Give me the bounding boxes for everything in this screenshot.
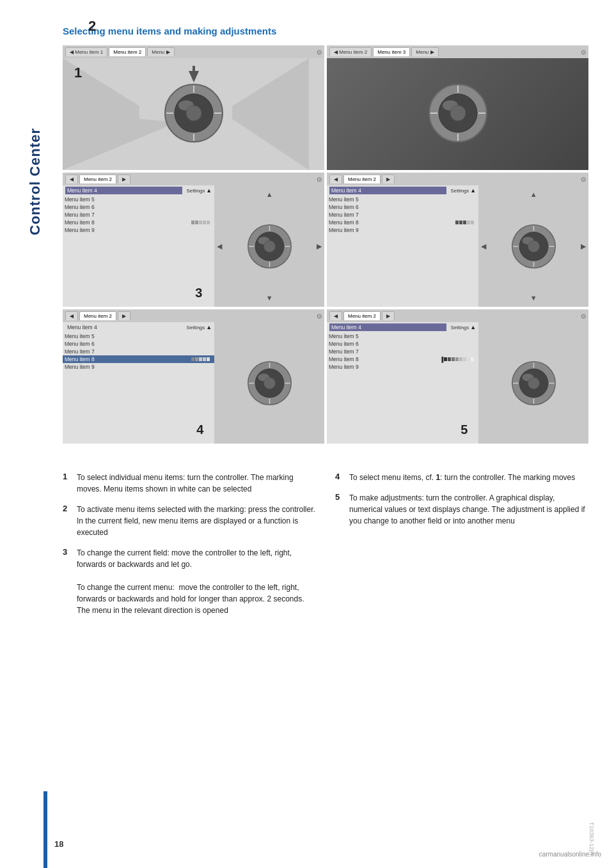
menu-item-row: Menu item 7: [327, 348, 478, 355]
tab2-menu3: Menu item 3: [373, 47, 410, 56]
scroll-up-3: ▲: [206, 187, 212, 194]
diagram-6-menu: Menu item 4 Settings ▲ Menu item 5 Menu …: [327, 322, 478, 444]
diagram-4: ◀ Menu item 2 ▶ ⊙ Menu item 4 Settings ▲…: [327, 173, 588, 307]
instruction-text-1: To select individual menu items: turn th…: [77, 472, 316, 495]
arrow-right-4: ▶: [581, 242, 586, 251]
arrow-up-4: ▲: [530, 190, 537, 198]
arrow-up-3: ▲: [266, 190, 273, 198]
settings-text-5: Settings: [182, 325, 205, 330]
diagram-3: ◀ Menu item 2 ▶ ⊙ Menu item 4 Settings ▲…: [63, 173, 324, 307]
tab3-nav-right: ▶: [118, 174, 130, 183]
instructions-section: 1 To select individual menu items: turn …: [63, 472, 588, 625]
svg-point-40: [264, 377, 275, 389]
menu-item-row: Menu item 8: [63, 219, 214, 226]
controller-knob-6: [510, 359, 558, 407]
arrow-down-4: ▼: [530, 294, 537, 302]
tab2-menu4: Menu ▶: [411, 47, 438, 56]
menu-item-row: Menu item 4: [329, 323, 446, 331]
menu-item-row: Menu item 4: [65, 187, 182, 194]
tab3-menu2: Menu item 2: [79, 174, 116, 183]
diagram-5-menu: Menu item 4 Settings ▲ Menu item 5 Menu …: [63, 322, 214, 444]
settings-text-4: Settings: [446, 188, 469, 194]
step-badge-4: 4: [196, 422, 203, 437]
instruction-number-5: 5: [335, 492, 344, 502]
settings-icon-6: ⊙: [581, 313, 586, 320]
tab6-menu2: Menu item 2: [343, 311, 381, 320]
menu-item-row: Menu item 5: [327, 332, 478, 340]
controller-knob-2: [426, 81, 490, 145]
menu-item-row: Menu item 9: [327, 226, 478, 234]
menu-item-row: Menu item 9: [63, 226, 214, 234]
settings-text-6: Settings: [446, 325, 469, 330]
diagram-5-body: Menu item 4 Settings ▲ Menu item 5 Menu …: [63, 322, 324, 444]
instruction-number-1: 1: [63, 472, 72, 481]
diagram-3-controller: 3 ▲ ▼ ◀ ▶: [214, 185, 324, 307]
instruction-text-5: To make adjustments: turn the controller…: [349, 492, 588, 527]
tab5-menu2: Menu item 2: [79, 311, 116, 320]
step-badge-5: 5: [460, 422, 468, 437]
diagram-4-body: Menu item 4 Settings ▲ Menu item 5 Menu …: [327, 185, 588, 307]
instruction-number-4: 4: [335, 472, 344, 481]
diagram-6: ◀ Menu item 2 ▶ ⊙ Menu item 4 Settings ▲…: [327, 309, 588, 444]
scroll-down-arrow-1: [186, 65, 201, 84]
accent-bar: [43, 791, 47, 868]
instruction-5: 5 To make adjustments: turn the controll…: [335, 492, 588, 527]
menu-item-row-highlighted: Menu item 8: [63, 355, 214, 363]
diagram-1: ◀ Menu item 1 Menu item 2 Menu ▶ ⊙ 1: [63, 45, 324, 170]
menu-item-row: Menu item 6: [63, 340, 214, 348]
scroll-up-4: ▲: [470, 187, 476, 194]
diagram-6-controller: 5: [478, 322, 588, 444]
menu-item-row: Menu item 5: [327, 196, 478, 203]
menu-item-row: Menu item 6: [327, 203, 478, 211]
controller-knob-5: [246, 359, 294, 407]
settings-icon-1: ⊙: [317, 49, 322, 56]
diagram-2: ◀ Menu item 2 Menu item 3 Menu ▶ ⊙: [327, 45, 588, 170]
settings-icon-2: ⊙: [581, 49, 586, 56]
svg-point-16: [450, 105, 466, 121]
tab4-menu2: Menu item 2: [343, 174, 381, 183]
settings-text-3: Settings: [182, 188, 205, 194]
arrow-left-3: ◀: [217, 242, 222, 251]
main-content: Selecting menu items and making adjustme…: [43, 0, 614, 651]
diagram-3-menu: Menu item 4 Settings ▲ Menu item 5 Menu …: [63, 185, 214, 307]
menu-item-row: Menu item 8 ▐: [327, 355, 478, 363]
svg-point-24: [264, 240, 275, 252]
step-number-1: 1: [74, 65, 82, 81]
tab3-nav-left: ◀: [65, 174, 78, 183]
menu-item-row: Menu item 7: [63, 211, 214, 219]
instructions-right: 4 To select menu items, cf. 1: turn the …: [335, 472, 588, 625]
instruction-text-4: To select menu items, cf. 1: turn the co…: [349, 472, 575, 483]
settings-icon-4: ⊙: [581, 176, 586, 183]
sidebar-title: Control Center: [27, 128, 43, 235]
scroll-up-5: ▲: [206, 324, 212, 330]
svg-marker-11: [189, 71, 199, 82]
menu-item-row: Menu item 4: [65, 323, 182, 331]
arrow-down-3: ▼: [266, 294, 273, 302]
tab4-nav-right: ▶: [382, 174, 395, 183]
menu-item-row: Menu item 7: [63, 348, 214, 355]
diagram-3-menubar: ◀ Menu item 2 ▶ ⊙: [63, 173, 324, 185]
page-number: 18: [54, 839, 63, 849]
controller-knob-1: [162, 81, 226, 145]
menu-item-row: Menu item 8: [327, 219, 478, 226]
diagram-6-body: Menu item 4 Settings ▲ Menu item 5 Menu …: [327, 322, 588, 444]
svg-point-6: [186, 105, 201, 121]
step-badge-3: 3: [195, 286, 202, 300]
tab5-nav-right: ▶: [118, 311, 130, 320]
instruction-3: 3 To change the current field: move the …: [63, 547, 316, 616]
tab5-nav-left: ◀: [65, 311, 78, 320]
arrow-left-4: ◀: [481, 242, 486, 251]
instruction-1: 1 To select individual menu items: turn …: [63, 472, 316, 495]
instruction-2: 2 To activate menu items selected with t…: [63, 504, 316, 538]
instruction-text-3: To change the current field: move the co…: [77, 547, 316, 616]
instruction-number-2: 2: [63, 504, 72, 513]
diagram-5: ◀ Menu item 2 ▶ ⊙ Menu item 4 Settings ▲…: [63, 309, 324, 444]
settings-icon-5: ⊙: [317, 313, 322, 320]
tab4-nav-left: ◀: [329, 174, 342, 183]
instruction-number-3: 3: [63, 547, 72, 557]
tab-menu2: Menu item 2: [109, 47, 146, 56]
website-logo: carmanualsonline.info: [539, 851, 601, 858]
svg-point-32: [528, 240, 539, 252]
diagram-1-menubar: ◀ Menu item 1 Menu item 2 Menu ▶ ⊙: [63, 45, 324, 58]
menu-item-row: Menu item 5: [63, 196, 214, 203]
